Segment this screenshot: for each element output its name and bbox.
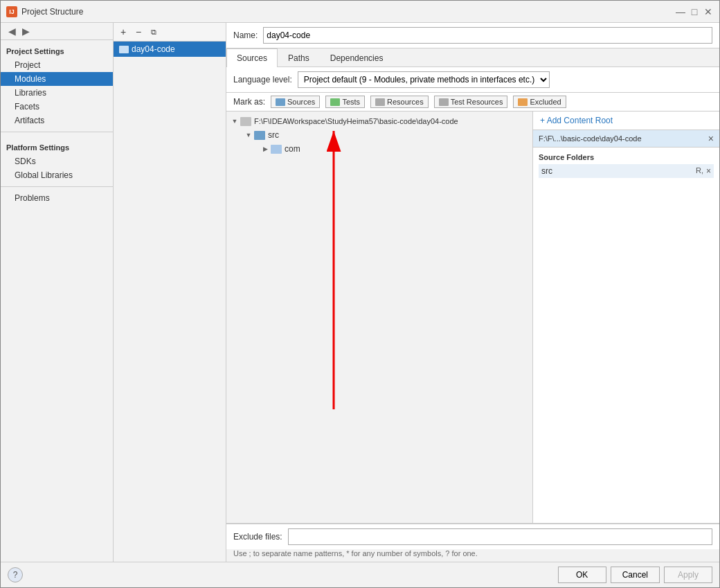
root-path-label: F:\F\IDEAWorkspace\StudyHeima57\basic-co… <box>254 117 458 125</box>
project-structure-dialog: IJ Project Structure — □ ✕ ◀ ▶ Project S… <box>0 0 720 588</box>
root-toggle[interactable]: ▼ <box>229 116 240 127</box>
module-folder-icon <box>119 46 129 53</box>
mark-resources-label: Resources <box>387 98 424 106</box>
minimize-button[interactable]: — <box>675 6 686 17</box>
tests-folder-icon <box>330 98 340 106</box>
add-content-root-label: + Add Content Root <box>540 116 613 125</box>
sidebar-item-global-libraries[interactable]: Global Libraries <box>1 168 113 182</box>
dialog-buttons: OK Cancel Apply <box>558 567 712 583</box>
add-content-root-button[interactable]: + Add Content Root <box>533 112 719 130</box>
project-settings-section: Project Settings <box>1 40 113 58</box>
main-content: ◀ ▶ Project Settings Project Modules Lib… <box>1 23 719 562</box>
exclude-section: Exclude files: Use ; to separate name pa… <box>226 523 719 562</box>
name-bar: Name: <box>226 23 719 48</box>
mark-sources-label: Sources <box>287 98 315 106</box>
src-folder-icon <box>254 131 265 140</box>
right-info-panel: + Add Content Root F:\F\...\basic-code\d… <box>532 112 719 523</box>
ok-button[interactable]: OK <box>558 567 606 583</box>
mark-as-label: Mark as: <box>233 97 265 107</box>
sidebar-item-project[interactable]: Project <box>1 58 113 72</box>
mark-test-resources-label: Test Resources <box>451 98 503 106</box>
tree-area: ▼ F:\F\IDEAWorkspace\StudyHeima57\basic-… <box>226 112 532 523</box>
tree-com-item[interactable]: ▶ com <box>226 142 532 156</box>
sidebar-item-artifacts[interactable]: Artifacts <box>1 114 113 127</box>
maximize-button[interactable]: □ <box>689 6 700 17</box>
exclude-bar: Exclude files: <box>226 524 719 549</box>
tree-root-item[interactable]: ▼ F:\F\IDEAWorkspace\StudyHeima57\basic-… <box>226 114 532 128</box>
source-folder-item: src R, × <box>539 164 714 178</box>
lang-label: Language level: <box>233 75 292 84</box>
platform-settings-section: Platform Settings <box>1 136 113 154</box>
module-name-label: day04-code <box>132 44 175 54</box>
source-folder-actions: R, × <box>696 166 711 176</box>
tree-content-area: ▼ F:\F\IDEAWorkspace\StudyHeima57\basic-… <box>226 112 719 562</box>
content-panel: Name: Sources Paths Dependencies Languag… <box>226 23 719 562</box>
exclude-hint: Use ; to separate name patterns, * for a… <box>226 549 719 562</box>
com-toggle[interactable]: ▶ <box>260 143 271 154</box>
module-list-item-day04[interactable]: day04-code <box>114 42 226 57</box>
mark-excluded-label: Excluded <box>530 98 561 106</box>
com-label: com <box>285 144 300 154</box>
title-bar-controls: — □ ✕ <box>675 6 714 17</box>
remove-module-button[interactable]: − <box>132 25 145 39</box>
mark-excluded-button[interactable]: Excluded <box>513 96 566 108</box>
forward-button[interactable]: ▶ <box>20 26 31 37</box>
sidebar: ◀ ▶ Project Settings Project Modules Lib… <box>1 23 114 562</box>
module-list: + − ⧉ day04-code <box>114 23 226 562</box>
apply-button[interactable]: Apply <box>664 567 712 583</box>
src-label: src <box>268 130 279 140</box>
copy-module-button[interactable]: ⧉ <box>147 25 161 39</box>
nav-toolbar: ◀ ▶ <box>1 23 113 40</box>
test-resources-folder-icon <box>439 98 449 106</box>
sidebar-item-modules[interactable]: Modules <box>1 72 113 86</box>
sources-folder-icon <box>276 98 285 106</box>
mark-tests-button[interactable]: Tests <box>325 96 365 108</box>
root-folder-icon <box>240 117 251 126</box>
app-icon: IJ <box>6 6 17 17</box>
mark-resources-button[interactable]: Resources <box>370 96 429 108</box>
mark-tests-label: Tests <box>342 98 360 106</box>
language-level-select[interactable]: Project default (9 - Modules, private me… <box>298 71 550 88</box>
tabs-bar: Sources Paths Dependencies <box>226 48 719 67</box>
body-area: + − ⧉ day04-code Name: Sources <box>114 23 719 562</box>
mark-sources-button[interactable]: Sources <box>271 96 320 108</box>
tree-src-item[interactable]: ▼ src <box>226 128 532 142</box>
exclude-input[interactable] <box>288 528 712 545</box>
sidebar-divider <box>1 132 113 132</box>
back-button[interactable]: ◀ <box>6 26 17 37</box>
tab-paths[interactable]: Paths <box>278 48 320 67</box>
src-toggle[interactable]: ▼ <box>243 130 254 141</box>
source-folders-section: Source Folders src R, × <box>533 148 719 181</box>
sidebar-item-sdks[interactable]: SDKs <box>1 154 113 168</box>
add-module-button[interactable]: + <box>116 25 130 39</box>
source-folders-title: Source Folders <box>539 150 714 164</box>
source-folder-name: src <box>541 166 552 176</box>
com-folder-icon <box>271 145 282 154</box>
resources-folder-icon <box>375 98 385 106</box>
mark-test-resources-button[interactable]: Test Resources <box>434 96 508 108</box>
tab-sources[interactable]: Sources <box>226 48 278 67</box>
name-label: Name: <box>233 30 258 40</box>
module-list-toolbar: + − ⧉ <box>114 23 226 42</box>
tab-dependencies[interactable]: Dependencies <box>320 48 394 67</box>
sidebar-item-libraries[interactable]: Libraries <box>1 86 113 100</box>
source-folder-remove-button[interactable]: × <box>706 166 711 176</box>
excluded-folder-icon <box>518 98 528 106</box>
content-root-close-button[interactable]: × <box>708 133 714 144</box>
title-bar-title: Project Structure <box>21 7 675 17</box>
title-bar: IJ Project Structure — □ ✕ <box>1 1 719 23</box>
mark-as-bar: Mark as: Sources Tests Resources <box>226 93 719 112</box>
content-root-path: F:\F\...\basic-code\day04-code <box>539 134 642 143</box>
content-root-header: F:\F\...\basic-code\day04-code × <box>533 130 719 148</box>
close-button[interactable]: ✕ <box>703 6 714 17</box>
sidebar-divider2 <box>1 186 113 187</box>
exclude-label: Exclude files: <box>233 532 282 542</box>
help-button[interactable]: ? <box>8 567 23 582</box>
cancel-button[interactable]: Cancel <box>611 567 660 583</box>
name-input[interactable] <box>263 27 712 44</box>
sidebar-item-facets[interactable]: Facets <box>1 100 113 114</box>
sidebar-item-problems[interactable]: Problems <box>1 191 113 205</box>
lang-bar: Language level: Project default (9 - Mod… <box>226 67 719 93</box>
source-folder-rename-button[interactable]: R, <box>696 166 703 176</box>
annotation-arrow <box>226 112 532 523</box>
